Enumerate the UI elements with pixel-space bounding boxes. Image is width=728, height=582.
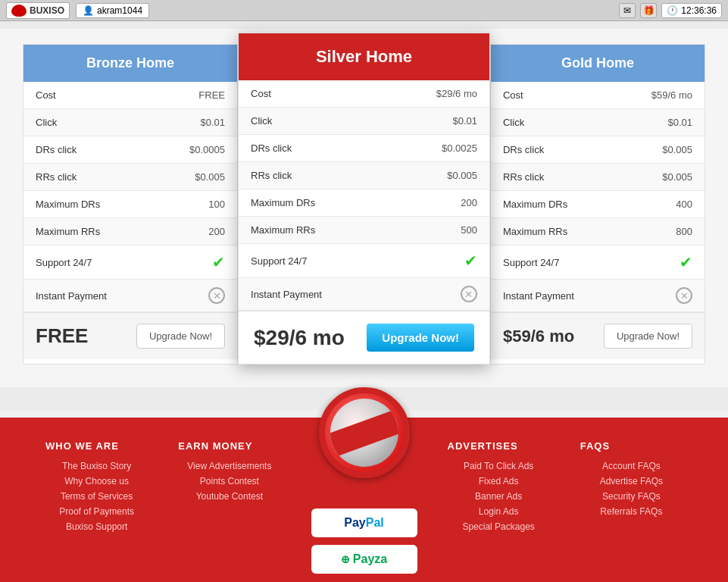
footer-link-story[interactable]: The Buxiso Story — [45, 461, 148, 471]
silver-maxdrs-row: Maximum DRs 200 — [239, 189, 489, 217]
logo-area: BUXISO — [6, 2, 70, 19]
silver-support-row: Support 24/7 ✔ — [239, 244, 489, 278]
gold-maxrrs-row: Maximum RRs 800 — [491, 218, 705, 246]
bronze-support-row: Support 24/7 ✔ — [23, 246, 237, 280]
footer-logo-inner — [330, 399, 398, 467]
clock-area: 🕐 12:36:36 — [661, 3, 722, 18]
footer-link-security-faq[interactable]: Security FAQs — [580, 491, 683, 502]
silver-footer: $29/6 mo Upgrade Now! — [239, 311, 489, 364]
username: akram1044 — [97, 5, 142, 16]
footer-link-ptc[interactable]: Paid To Click Ads — [448, 461, 550, 471]
silver-header: Silver Home — [239, 33, 489, 80]
bronze-plan: Bronze Home Cost FREE Click $0.01 DRs cl… — [23, 44, 238, 365]
topbar-icons: ✉ 🎁 🕐 12:36:36 — [619, 3, 722, 18]
bronze-maxdrs-row: Maximum DRs 100 — [23, 191, 237, 218]
bronze-rrs-row: RRs click $0.005 — [23, 164, 237, 191]
logo-text: BUXISO — [30, 5, 64, 16]
silver-support-check: ✔ — [464, 252, 477, 270]
footer-link-referrals-faq[interactable]: Referrals FAQs — [580, 506, 683, 517]
footer-link-youtube[interactable]: Youtube Contest — [178, 491, 280, 502]
plans-container: Bronze Home Cost FREE Click $0.01 DRs cl… — [0, 29, 728, 387]
footer-link-support[interactable]: Buxiso Support — [45, 521, 148, 532]
bronze-support-check: ✔ — [212, 253, 225, 271]
footer-link-choose[interactable]: Why Choose us — [45, 476, 148, 487]
earn-money-title: EARN MONEY — [178, 440, 280, 452]
plans-section: Bronze Home Cost FREE Click $0.01 DRs cl… — [0, 21, 728, 410]
paypal-button[interactable]: PayPal — [311, 508, 417, 537]
bronze-instant-cross: ✕ — [208, 287, 225, 304]
bronze-drs-row: DRs click $0.0005 — [23, 136, 237, 164]
footer-who-we-are: WHO WE ARE The Buxiso Story Why Choose u… — [30, 433, 163, 582]
silver-instant-row: Instant Payment ✕ — [239, 278, 489, 311]
advertises-title: ADVERTISES — [448, 440, 550, 452]
silver-click-row: Click $0.01 — [239, 108, 489, 135]
logo-icon — [11, 5, 27, 17]
bronze-rows: Cost FREE Click $0.01 DRs click $0.0005 … — [23, 82, 237, 312]
bronze-click-row: Click $0.01 — [23, 109, 237, 136]
bronze-upgrade-button[interactable]: Upgrade Now! — [136, 324, 225, 349]
gold-maxdrs-row: Maximum DRs 400 — [491, 191, 705, 218]
gold-instant-row: Instant Payment ✕ — [491, 280, 705, 312]
gold-drs-row: DRs click $0.005 — [491, 136, 705, 164]
footer-link-login[interactable]: Login Ads — [448, 506, 550, 517]
gold-footer: $59/6 mo Upgrade Now! — [491, 312, 705, 359]
bronze-header: Bronze Home — [23, 45, 237, 82]
gift-icon-btn[interactable]: 🎁 — [640, 3, 657, 18]
footer-link-fixed[interactable]: Fixed Ads — [448, 476, 550, 487]
gold-support-check: ✔ — [680, 253, 692, 271]
faqs-title: FAQS — [580, 440, 683, 452]
footer-link-account-faq[interactable]: Account FAQs — [580, 461, 683, 471]
footer-logo-stripe — [330, 410, 398, 455]
footer-advertises: ADVERTISES Paid To Click Ads Fixed Ads B… — [433, 433, 565, 582]
footer-link-terms[interactable]: Terms of Services — [45, 491, 148, 502]
email-icon-btn[interactable]: ✉ — [619, 3, 636, 18]
silver-maxrrs-row: Maximum RRs 500 — [239, 217, 489, 244]
footer-link-packages[interactable]: Special Packages — [448, 521, 550, 532]
paypal-icon: PayPal — [344, 516, 383, 530]
gold-support-row: Support 24/7 ✔ — [491, 246, 705, 280]
silver-drs-row: DRs click $0.0025 — [239, 135, 489, 162]
who-we-are-title: WHO WE ARE — [45, 440, 148, 452]
silver-price: $29/6 mo — [254, 326, 345, 350]
payza-icon: ⊕ — [341, 553, 350, 565]
user-icon: 👤 — [83, 5, 94, 16]
footer: WHO WE ARE The Buxiso Story Why Choose u… — [0, 418, 728, 582]
user-area: 👤 akram1044 — [76, 3, 149, 18]
footer-link-points[interactable]: Points Contest — [178, 476, 280, 487]
bronze-footer: FREE Upgrade Now! — [23, 312, 237, 359]
silver-instant-cross: ✕ — [461, 286, 477, 302]
payza-label: Payza — [353, 552, 387, 566]
gold-header: Gold Home — [491, 45, 705, 82]
gold-plan: Gold Home Cost $59/6 mo Click $0.01 DRs … — [490, 44, 705, 365]
gold-upgrade-button[interactable]: Upgrade Now! — [604, 324, 692, 349]
footer-logo — [319, 387, 410, 478]
clock-icon: 🕐 — [667, 5, 678, 16]
bronze-price: FREE — [36, 324, 88, 348]
footer-earn-money: EARN MONEY View Advertisements Points Co… — [163, 433, 295, 582]
gold-rrs-row: RRs click $0.005 — [491, 164, 705, 191]
silver-rows: Cost $29/6 mo Click $0.01 DRs click $0.0… — [239, 80, 489, 311]
silver-plan: Silver Home Cost $29/6 mo Click $0.01 DR… — [238, 33, 490, 365]
footer-link-advertise-faq[interactable]: Advertise FAQs — [580, 476, 683, 487]
silver-upgrade-button[interactable]: Upgrade Now! — [367, 324, 474, 352]
footer-faqs: FAQS Account FAQs Advertise FAQs Securit… — [565, 433, 698, 582]
time-display: 12:36:36 — [681, 5, 717, 16]
gold-rows: Cost $59/6 mo Click $0.01 DRs click $0.0… — [491, 82, 705, 312]
bronze-instant-row: Instant Payment ✕ — [23, 280, 237, 312]
footer-link-proof[interactable]: Proof of Payments — [45, 506, 148, 517]
silver-rrs-row: RRs click $0.005 — [239, 162, 489, 189]
gold-price: $59/6 mo — [503, 327, 574, 346]
payza-button[interactable]: ⊕ Payza — [311, 545, 417, 574]
silver-cost-row: Cost $29/6 mo — [239, 80, 489, 108]
topbar: BUXISO 👤 akram1044 ✉ 🎁 🕐 12:36:36 — [0, 0, 728, 21]
gold-click-row: Click $0.01 — [491, 109, 705, 136]
bronze-maxrrs-row: Maximum RRs 200 — [23, 218, 237, 246]
bronze-cost-row: Cost FREE — [23, 82, 237, 109]
gold-cost-row: Cost $59/6 mo — [491, 82, 705, 109]
footer-link-banner[interactable]: Banner Ads — [448, 491, 550, 502]
gold-instant-cross: ✕ — [676, 287, 692, 304]
footer-link-view-ads[interactable]: View Advertisements — [178, 461, 280, 471]
